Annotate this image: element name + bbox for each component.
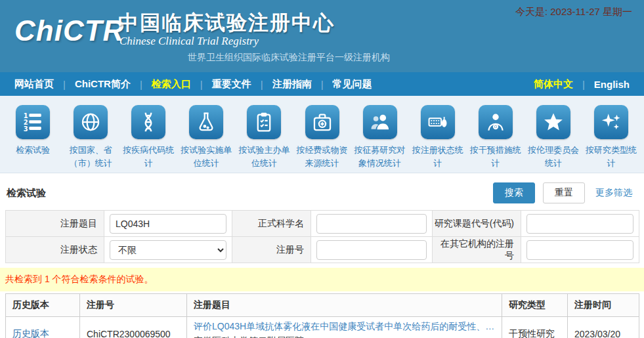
study-code-input[interactable] [526, 214, 633, 234]
study-code-label: 研究课题代号(代码) [433, 211, 521, 237]
results-table: 历史版本 注册号 注册题目 研究类型 注册时间 历史版本 ChiCTR23000… [5, 293, 639, 338]
icon-label: 按试验主办单位统计 [235, 144, 293, 170]
search-form: 注册题目 正式科学名 研究课题代号(代码) 注册状态 不限 注册号 在其它机构的… [5, 210, 639, 263]
trial-title-link[interactable]: 评价LQ043H单域抗体雾化液在中国健康受试者中单次给药后的耐受性、安全性、… [194, 321, 495, 333]
reg-status-label: 注册状态 [6, 237, 104, 263]
page-title: 检索试验 [7, 187, 46, 200]
lang-english[interactable]: English [594, 79, 630, 90]
keyboard-mouse-icon [421, 105, 455, 139]
nav-separator: | [321, 79, 324, 90]
institution-name: 安徽医科大学第二附属医院 [194, 335, 495, 338]
menu-stats-by-ethics-committee[interactable]: 按伦理委员会统计 [525, 105, 582, 173]
main-nav: 网站首页 | ChiCTR简介 | 检索入口 | 重要文件 | 注册指南 | 常… [0, 72, 644, 96]
lang-simplified-chinese[interactable]: 简体中文 [534, 78, 573, 91]
more-filters-link[interactable]: 更多筛选 [595, 187, 632, 199]
flask-icon [189, 105, 223, 139]
menu-stats-by-country[interactable]: 按国家、省（市）统计 [62, 105, 119, 173]
reg-status-select[interactable]: 不限 [110, 240, 226, 260]
search-section-header: 检索试验 搜索 重置 更多筛选 [0, 173, 644, 210]
nav-item-home[interactable]: 网站首页 [14, 78, 54, 91]
medical-kit-icon [305, 105, 339, 139]
menu-stats-by-disease-code[interactable]: 按疾病代码统计 [119, 105, 177, 173]
nav-separator: | [63, 79, 66, 90]
nav-item-guide[interactable]: 注册指南 [272, 78, 312, 91]
menu-stats-by-implementing-unit[interactable]: 按试验实施单位统计 [177, 105, 235, 173]
col-registration-title: 注册题目 [187, 294, 502, 317]
site-subtitle: 世界卫生组织国际临床试验注册平台一级注册机构 [188, 52, 390, 64]
menu-stats-by-intervention[interactable]: 按干预措施统计 [467, 105, 525, 173]
icon-label: 按干预措施统计 [467, 144, 525, 170]
icon-label: 按伦理委员会统计 [525, 144, 582, 170]
site-title-zh: 中国临床试验注册中心 [118, 9, 335, 37]
numbered-list-icon: 123 [16, 105, 50, 139]
menu-stats-by-registration-status[interactable]: 按注册状态统计 [409, 105, 467, 173]
nav-separator: | [200, 79, 203, 90]
history-version-link[interactable]: 历史版本 [12, 328, 49, 338]
icon-label: 按征募研究对象情况统计 [351, 144, 409, 170]
site-title-en: Chinese Clinical Trial Registry [119, 35, 259, 48]
nav-separator: | [582, 79, 585, 90]
icon-label: 按经费或物资来源统计 [293, 144, 351, 170]
nav-item-faq[interactable]: 常见问题 [333, 78, 372, 91]
menu-stats-by-recruitment[interactable]: 按征募研究对象情况统计 [351, 105, 409, 173]
nav-item-about[interactable]: ChiCTR简介 [75, 78, 131, 91]
table-row: 历史版本 ChiCTR2300069500 评价LQ043H单域抗体雾化液在中国… [6, 317, 639, 338]
scientific-name-input[interactable] [316, 214, 427, 234]
col-history-version: 历史版本 [6, 294, 80, 317]
menu-stats-by-funding-source[interactable]: 按经费或物资来源统计 [293, 105, 351, 173]
registration-date-value: 2023/03/20 [568, 317, 639, 338]
menu-stats-by-sponsor-unit[interactable]: 按试验主办单位统计 [235, 105, 293, 173]
current-date: 今天是: 2023-11-27 星期一 [515, 6, 632, 18]
reset-button[interactable]: 重置 [543, 182, 585, 203]
menu-search-trials[interactable]: 123 检索试验 [4, 105, 62, 173]
icon-label: 按疾病代码统计 [119, 144, 177, 170]
nav-item-documents[interactable]: 重要文件 [212, 78, 251, 91]
dna-icon [131, 105, 165, 139]
icon-label: 按研究类型统计 [582, 144, 640, 170]
results-header-row: 历史版本 注册号 注册题目 研究类型 注册时间 [6, 294, 639, 317]
nav-item-search-entry[interactable]: 检索入口 [152, 78, 191, 91]
menu-stats-by-study-type[interactable]: 按研究类型统计 [582, 105, 640, 173]
statistics-icon-menu: 123 检索试验 按国家、省（市）统计 按疾病代码统计 [0, 96, 644, 173]
registration-number: ChiCTR2300069500 [80, 317, 187, 338]
star-icon [536, 105, 570, 139]
reg-number-label: 注册号 [232, 237, 311, 263]
clipboard-icon [247, 105, 281, 139]
nav-separator: | [140, 79, 142, 90]
col-study-type: 研究类型 [502, 294, 568, 317]
reg-title-label: 注册题目 [6, 211, 104, 237]
nav-separator: | [261, 79, 263, 90]
col-registration-number: 注册号 [80, 294, 187, 317]
people-icon [363, 105, 397, 139]
reg-number-input[interactable] [316, 240, 427, 260]
result-count-message: 共检索到 1 个符合检索条件的试验。 [0, 268, 644, 291]
icon-label: 检索试验 [16, 144, 50, 157]
icon-label: 按试验实施单位统计 [177, 144, 235, 170]
world-map-icon [74, 105, 108, 139]
svg-text:3: 3 [24, 125, 28, 133]
other-reg-input[interactable] [526, 240, 633, 260]
sparkles-icon [594, 105, 628, 139]
reg-title-input[interactable] [110, 214, 226, 234]
scientific-name-label: 正式科学名 [232, 211, 311, 237]
other-reg-label: 在其它机构的注册号 [433, 237, 521, 263]
icon-label: 按国家、省（市）统计 [62, 144, 119, 170]
search-button[interactable]: 搜索 [493, 182, 535, 203]
icon-label: 按注册状态统计 [409, 144, 467, 170]
study-type-value: 干预性研究 [502, 317, 568, 338]
chictr-logo[interactable]: ChiCTR [14, 14, 124, 47]
doctor-icon [479, 105, 513, 139]
header: ChiCTR 中国临床试验注册中心 Chinese Clinical Trial… [0, 0, 644, 72]
col-registration-date: 注册时间 [568, 294, 639, 317]
